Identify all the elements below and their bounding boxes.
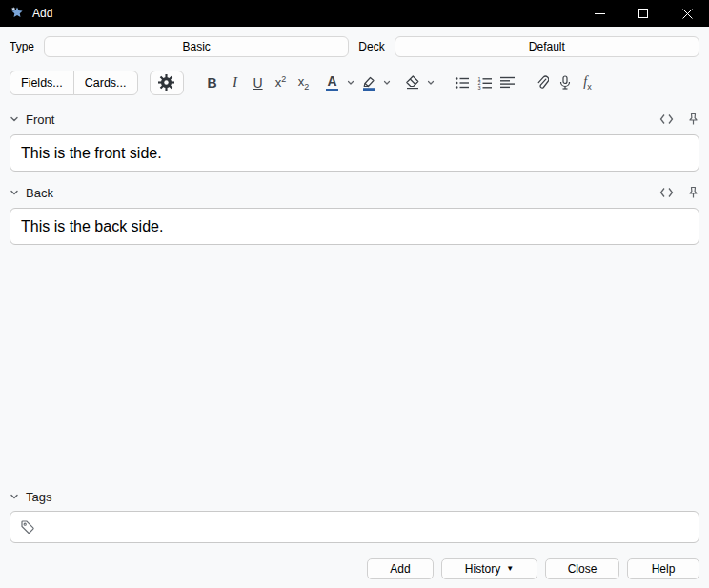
bold-button[interactable]: B bbox=[201, 71, 224, 95]
back-field-input[interactable]: This is the back side. bbox=[10, 208, 699, 245]
dropdown-arrow-icon: ▼ bbox=[506, 565, 514, 573]
maximize-icon bbox=[638, 9, 648, 18]
settings-button[interactable] bbox=[150, 71, 184, 95]
front-field-header: Front bbox=[10, 110, 699, 129]
app-icon bbox=[10, 6, 25, 21]
align-text-icon bbox=[500, 76, 515, 89]
bullet-list-icon bbox=[455, 76, 470, 90]
maximize-button[interactable] bbox=[621, 0, 665, 27]
text-alignment-button[interactable] bbox=[496, 71, 519, 95]
close-icon bbox=[682, 9, 693, 19]
tags-label: Tags bbox=[26, 490, 51, 504]
add-note-dialog: Type Basic Deck Default Fields... Cards.… bbox=[0, 27, 709, 588]
italic-button[interactable]: I bbox=[224, 71, 247, 95]
numbered-list-icon: 123 bbox=[477, 76, 493, 90]
front-field-input[interactable]: This is the front side. bbox=[10, 134, 699, 172]
chevron-down-icon bbox=[10, 492, 19, 501]
text-color-dropdown-button[interactable] bbox=[344, 71, 357, 95]
anki-logo-icon bbox=[10, 6, 25, 21]
window-title: Add bbox=[32, 7, 52, 20]
front-pin-button[interactable] bbox=[687, 112, 699, 126]
remove-formatting-button[interactable] bbox=[401, 71, 424, 95]
erase-group bbox=[401, 71, 437, 95]
chevron-down-icon bbox=[383, 79, 391, 87]
record-audio-button[interactable] bbox=[554, 71, 577, 95]
highlight-color-button[interactable] bbox=[357, 71, 380, 95]
code-icon bbox=[659, 187, 674, 198]
notetype-deck-row: Type Basic Deck Default bbox=[10, 36, 699, 57]
pin-icon bbox=[687, 186, 699, 199]
dialog-buttons: Add History ▼ Close Help bbox=[10, 558, 699, 579]
media-group: fx bbox=[531, 71, 599, 95]
cards-button[interactable]: Cards... bbox=[73, 71, 138, 95]
history-button[interactable]: History ▼ bbox=[441, 558, 537, 579]
chevron-down-icon bbox=[10, 188, 19, 197]
attach-media-button[interactable] bbox=[531, 71, 554, 95]
front-html-editor-button[interactable] bbox=[659, 113, 674, 125]
pin-icon bbox=[687, 112, 699, 126]
back-field-label: Back bbox=[26, 186, 53, 200]
chevron-down-icon bbox=[427, 79, 435, 87]
close-window-button[interactable] bbox=[665, 0, 709, 27]
chevron-down-icon bbox=[10, 114, 19, 124]
highlight-color-dropdown-button[interactable] bbox=[380, 71, 394, 95]
back-field-header: Back bbox=[10, 183, 699, 202]
text-color-button[interactable]: A bbox=[321, 71, 344, 95]
superscript-button[interactable]: x2 bbox=[270, 71, 293, 95]
minimize-button[interactable] bbox=[577, 0, 621, 27]
subscript-button[interactable]: x2 bbox=[293, 71, 315, 95]
tags-header: Tags bbox=[10, 487, 699, 506]
collapse-back-button[interactable] bbox=[10, 188, 19, 197]
back-html-editor-button[interactable] bbox=[659, 187, 674, 198]
paperclip-icon bbox=[536, 75, 549, 91]
format-group: B I U x2 x2 bbox=[201, 71, 315, 95]
titlebar: Add bbox=[0, 0, 709, 27]
minimize-icon bbox=[595, 9, 605, 19]
remove-formatting-dropdown-button[interactable] bbox=[424, 71, 437, 95]
collapse-tags-button[interactable] bbox=[10, 492, 19, 501]
color-group: A bbox=[321, 71, 394, 95]
help-button[interactable]: Help bbox=[627, 558, 699, 579]
add-button[interactable]: Add bbox=[367, 558, 434, 579]
chevron-down-icon bbox=[347, 79, 354, 87]
empty-area bbox=[10, 245, 699, 473]
collapse-front-button[interactable] bbox=[10, 114, 19, 124]
front-field-label: Front bbox=[26, 112, 54, 127]
code-icon bbox=[659, 113, 674, 125]
microphone-icon bbox=[559, 75, 571, 91]
type-label: Type bbox=[10, 40, 34, 53]
eraser-icon bbox=[405, 75, 420, 90]
svg-text:3: 3 bbox=[477, 84, 480, 89]
fields-button[interactable]: Fields... bbox=[10, 71, 74, 95]
fields-cards-group: Fields... Cards... bbox=[10, 71, 138, 95]
gear-icon bbox=[158, 74, 174, 91]
highlighter-icon bbox=[361, 75, 376, 91]
back-pin-button[interactable] bbox=[687, 186, 699, 199]
tag-icon bbox=[20, 519, 35, 535]
notetype-select-button[interactable]: Basic bbox=[44, 36, 349, 57]
tags-input[interactable] bbox=[10, 511, 699, 543]
deck-label: Deck bbox=[358, 40, 384, 53]
close-button[interactable]: Close bbox=[545, 558, 619, 579]
underline-button[interactable]: U bbox=[247, 71, 270, 95]
editor-toolbar: Fields... Cards... B I U x2 bbox=[10, 70, 699, 95]
ordered-list-button[interactable]: 123 bbox=[474, 71, 496, 95]
unordered-list-button[interactable] bbox=[451, 71, 474, 95]
list-group: 123 bbox=[451, 71, 519, 95]
equation-button[interactable]: fx bbox=[577, 71, 599, 95]
deck-select-button[interactable]: Default bbox=[395, 36, 699, 57]
